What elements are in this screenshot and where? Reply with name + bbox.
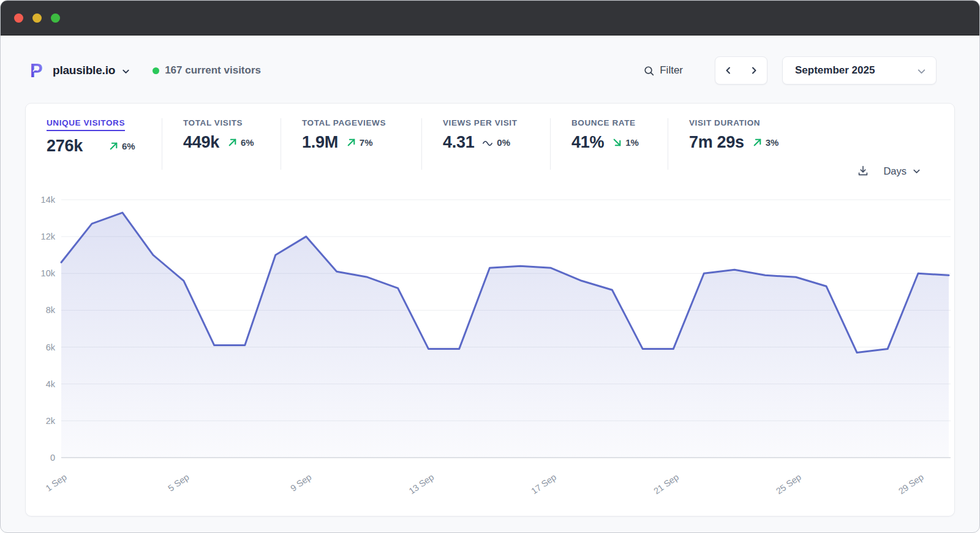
stat-change: 6%: [108, 141, 135, 151]
date-range-label: September 2025: [795, 64, 875, 77]
stat-card-bounce-rate[interactable]: BOUNCE RATE 41% 1%: [550, 118, 668, 170]
y-axis-label: 14k: [41, 195, 56, 205]
chevron-down-icon: [916, 66, 927, 77]
stat-change: 3%: [752, 137, 779, 148]
series-area: [61, 213, 949, 458]
titlebar: [1, 1, 979, 36]
arrow-up-right-icon: [752, 137, 763, 148]
x-axis-label: 9 Sep: [288, 472, 313, 493]
stat-value: 7m 29s: [689, 133, 744, 152]
zoom-button[interactable]: [51, 13, 60, 23]
chevron-left-icon: [723, 66, 733, 75]
site-switcher[interactable]: P plausible.io: [30, 61, 130, 80]
stat-value: 449k: [183, 133, 219, 152]
stat-change-value: 3%: [766, 137, 779, 148]
stat-value: 4.31: [443, 133, 474, 152]
stat-change: 0%: [482, 137, 510, 148]
arrow-up-right-icon: [227, 137, 238, 148]
stat-change-value: 7%: [360, 137, 373, 148]
stat-change-value: 6%: [241, 137, 254, 148]
chevron-down-icon: [121, 67, 130, 76]
y-axis-label: 6k: [46, 342, 56, 352]
period-nav: [715, 56, 767, 85]
x-axis-label: 17 Sep: [529, 472, 558, 496]
x-axis-label: 13 Sep: [407, 472, 435, 496]
interval-dropdown[interactable]: Days: [883, 165, 921, 177]
y-axis-label: 12k: [41, 232, 56, 241]
stat-value: 1.9M: [302, 133, 338, 152]
next-period-button[interactable]: [741, 57, 767, 84]
y-axis-label: 4k: [46, 379, 56, 389]
download-icon: [856, 170, 870, 180]
y-axis-label: 0: [50, 453, 55, 463]
y-axis-label: 2k: [46, 416, 56, 426]
current-visitors-label: 167 current visitors: [165, 64, 261, 77]
analytics-card: UNIQUE VISITORS 276k 6% TOTAL VISITS: [25, 103, 955, 516]
x-axis-label: 21 Sep: [652, 472, 680, 496]
stat-change-value: 0%: [497, 137, 510, 148]
stat-label: VIEWS PER VISIT: [443, 118, 550, 127]
stat-card-total-visits[interactable]: TOTAL VISITS 449k 6%: [162, 118, 281, 170]
stat-change: 1%: [612, 137, 639, 148]
stat-card-total-pageviews[interactable]: TOTAL PAGEVIEWS 1.9M 7%: [281, 118, 421, 170]
live-indicator-dot: [153, 67, 159, 74]
chevron-down-icon: [912, 167, 921, 176]
arrow-up-right-icon: [108, 141, 119, 151]
date-range-picker[interactable]: September 2025: [782, 56, 937, 85]
previous-period-button[interactable]: [715, 57, 741, 84]
search-icon: [643, 65, 655, 77]
plausible-logo: P: [30, 61, 47, 80]
stat-label: UNIQUE VISITORS: [47, 118, 162, 131]
filter-button[interactable]: Filter: [643, 64, 683, 77]
dashboard: P plausible.io 167 current visitors: [1, 36, 979, 532]
x-axis-label: 1 Sep: [43, 472, 68, 493]
minimize-button[interactable]: [32, 13, 42, 23]
filter-label: Filter: [660, 64, 683, 77]
export-button[interactable]: [856, 164, 870, 178]
y-axis-label: 8k: [46, 305, 56, 315]
stat-change-value: 1%: [625, 137, 639, 148]
chevron-right-icon: [749, 66, 759, 75]
arrow-up-right-icon: [346, 137, 356, 148]
stat-change-value: 6%: [122, 141, 135, 151]
stat-value: 276k: [47, 137, 83, 156]
y-axis-label: 10k: [41, 268, 56, 278]
stats-row: UNIQUE VISITORS 276k 6% TOTAL VISITS: [26, 104, 954, 170]
interval-label: Days: [883, 165, 907, 177]
stat-label: BOUNCE RATE: [571, 118, 668, 127]
stat-change: 7%: [346, 137, 373, 148]
stat-label: VISIT DURATION: [689, 118, 858, 127]
chart-controls: Days: [856, 164, 921, 178]
x-axis-label: 29 Sep: [897, 472, 925, 496]
dashboard-header: P plausible.io 167 current visitors: [25, 56, 955, 85]
visitors-chart[interactable]: 02k4k6k8k10k12k14k1 Sep5 Sep9 Sep13 Sep1…: [26, 189, 957, 517]
app-window: P plausible.io 167 current visitors: [0, 0, 980, 533]
stat-value: 41%: [571, 133, 604, 152]
x-axis-label: 5 Sep: [166, 472, 190, 493]
stat-label: TOTAL PAGEVIEWS: [302, 118, 421, 127]
tilde-icon: [482, 139, 494, 146]
stat-card-views-per-visit[interactable]: VIEWS PER VISIT 4.31 0%: [421, 118, 550, 170]
x-axis-label: 25 Sep: [774, 472, 803, 496]
stat-change: 6%: [227, 137, 254, 148]
stat-card-visit-duration[interactable]: VISIT DURATION 7m 29s 3%: [668, 118, 858, 170]
site-name: plausible.io: [53, 64, 115, 77]
stat-card-unique-visitors[interactable]: UNIQUE VISITORS 276k 6%: [26, 118, 162, 170]
stat-label: TOTAL VISITS: [183, 118, 281, 127]
svg-text:P: P: [30, 61, 43, 80]
current-visitors[interactable]: 167 current visitors: [153, 64, 261, 77]
arrow-down-right-icon: [612, 137, 622, 148]
close-button[interactable]: [14, 13, 23, 23]
